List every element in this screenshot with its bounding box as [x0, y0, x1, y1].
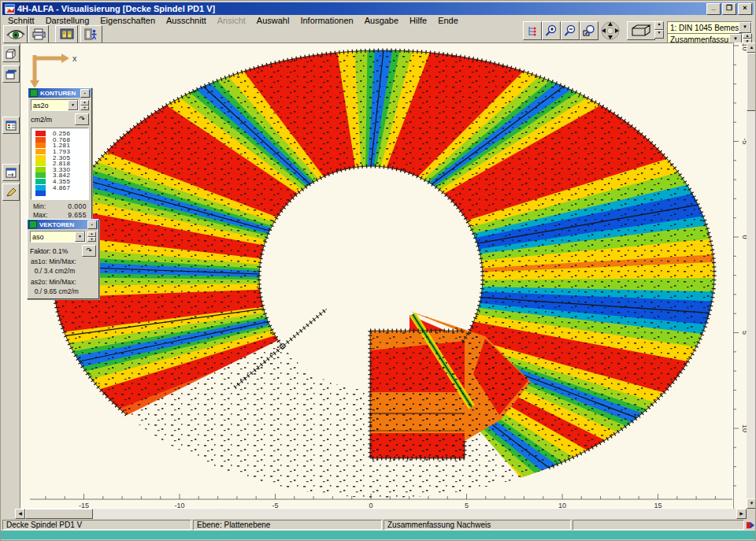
konturen-panel-button[interactable]: [2, 117, 20, 134]
y-ruler: -10-50510: [733, 43, 747, 509]
zoom-window-button[interactable]: [580, 21, 598, 40]
as1o-label: as1o: Min/Max:: [28, 257, 98, 266]
window-panel-button[interactable]: [2, 65, 20, 83]
x-ruler-label: -10: [174, 502, 184, 508]
draw-tool-button[interactable]: [2, 183, 20, 201]
view-3d-button[interactable]: [627, 21, 655, 40]
contour-plot[interactable]: xy-15-10-5051015: [20, 43, 732, 508]
legend-swatch: [35, 131, 46, 136]
zoom-out-button[interactable]: [561, 21, 580, 40]
chevron-down-icon[interactable]: ▼: [739, 22, 751, 33]
scroll-down-icon[interactable]: ▼: [747, 498, 756, 509]
menu-item-eigenschaften[interactable]: Eigenschaften: [94, 16, 161, 25]
application-window: 4H-ALFA - Visualisierung [Decke Spindel …: [0, 0, 756, 541]
cube-icon: [6, 49, 17, 59]
konturen-spinner[interactable]: ▲▼: [80, 100, 89, 110]
x-ruler-label: 15: [654, 502, 662, 508]
help-book-button[interactable]: [55, 25, 78, 43]
vektoren-spinner[interactable]: ▲▼: [87, 232, 96, 242]
printer-icon: [32, 28, 46, 40]
restore-button[interactable]: ❐: [722, 3, 736, 15]
vektoren-panel-button[interactable]: [2, 164, 20, 181]
menu-item-ansicht: Ansicht: [212, 16, 251, 25]
menu-item-darstellung[interactable]: Darstellung: [40, 16, 95, 25]
konturen-panel[interactable]: KONTUREN ▪ as2o ▼ ▲▼ cm2/m ↷ 0.2560.7681…: [28, 87, 92, 222]
apply-arrow-icon[interactable]: ↷: [82, 245, 96, 257]
menu-item-auswahl[interactable]: Auswahl: [251, 16, 295, 25]
vertical-scroll-thumb[interactable]: [747, 53, 756, 111]
x-ruler-label: 10: [558, 502, 566, 508]
menu-item-informationen[interactable]: Informationen: [295, 16, 358, 25]
konturen-title-bar[interactable]: KONTUREN ▪: [28, 88, 91, 98]
panel-menu-icon[interactable]: ▪: [87, 220, 97, 229]
teal-band: [1, 531, 756, 539]
toolbar: ▲▼: [2, 25, 754, 43]
scroll-left-icon[interactable]: ◀: [15, 509, 25, 519]
horizontal-scroll-thumb[interactable]: [25, 509, 93, 519]
vektoren-title-bar[interactable]: VEKTOREN ▪: [28, 220, 98, 229]
zoom-rect-icon: [583, 24, 595, 37]
print-button[interactable]: [28, 25, 49, 43]
eye-icon: [6, 28, 25, 40]
menu-item-ausgabe[interactable]: Ausgabe: [359, 16, 404, 25]
perspective-window-button[interactable]: [2, 45, 20, 62]
status-nachweis: Zusammenfassung Nachweis: [384, 520, 571, 530]
chevron-down-icon[interactable]: ▼: [75, 232, 85, 242]
window-title: 4H-ALFA - Visualisierung [Decke Spindel …: [17, 4, 215, 13]
vertical-scrollbar[interactable]: ▲ ▼: [747, 43, 756, 509]
vektoren-value: aso: [31, 233, 75, 241]
y-ruler-label: 5: [741, 331, 747, 335]
konturen-unit: cm2/m: [31, 116, 52, 124]
y-ruler-label: -10: [741, 43, 747, 51]
chevron-down-icon[interactable]: ▼: [68, 100, 78, 110]
max-value: 9.655: [68, 211, 87, 219]
x-axis-label: x: [72, 54, 77, 63]
min-label: Min:: [33, 202, 46, 210]
title-bar[interactable]: 4H-ALFA - Visualisierung [Decke Spindel …: [2, 2, 754, 15]
contour-panel-icon: [6, 120, 17, 131]
app-icon: [5, 4, 15, 14]
scroll-up-icon[interactable]: ▲: [747, 43, 756, 53]
legend-swatch: [35, 161, 46, 166]
panel-menu-icon[interactable]: ▪: [80, 89, 90, 98]
pan-navigator[interactable]: [598, 20, 622, 41]
apply-arrow-icon[interactable]: ↷: [75, 113, 89, 125]
vektoren-panel[interactable]: VEKTOREN ▪ aso ▼ ▲▼ Faktor: 0.1% ↷ as1o:…: [27, 219, 99, 299]
vektoren-title: VEKTOREN: [39, 221, 74, 228]
design-code-combo[interactable]: 1: DIN 1045 Bemessung ▼: [667, 21, 752, 34]
legend-swatch: [35, 172, 46, 178]
konturen-value-combo[interactable]: as2o ▼: [31, 99, 79, 111]
y-ruler-label: -5: [741, 138, 747, 144]
zoom-in-icon: [545, 24, 558, 37]
x-ruler-label: -5: [272, 502, 278, 508]
minimize-button[interactable]: _: [706, 3, 721, 15]
legend-swatch: [35, 155, 46, 161]
status-ebene: Ebene: Plattenebene: [193, 520, 382, 530]
zoom-in-button[interactable]: [542, 21, 561, 40]
scroll-right-icon[interactable]: ▶: [736, 509, 747, 519]
tree-view-button[interactable]: [523, 21, 542, 40]
max-label: Max:: [33, 211, 47, 219]
status-mini-icon[interactable]: [746, 521, 755, 530]
vektoren-faktor: Faktor: 0.1%: [30, 247, 68, 255]
y-ruler-ticks: -10-50510: [733, 43, 747, 509]
menu-item-ende[interactable]: Ende: [432, 16, 464, 25]
view-eye-button[interactable]: [3, 25, 28, 43]
vektoren-value-combo[interactable]: aso ▼: [30, 231, 86, 243]
legend-swatch: [35, 143, 46, 148]
x-ruler-label: 0: [369, 502, 372, 508]
as2o-label: as2o: Min/Max:: [28, 276, 98, 287]
menu-item-hilfe[interactable]: Hilfe: [404, 16, 432, 25]
close-button[interactable]: ×: [738, 3, 752, 15]
panel-icon: [29, 220, 37, 228]
horizontal-scrollbar[interactable]: ◀ ▶: [15, 509, 747, 519]
view-spinner[interactable]: ▲▼: [654, 21, 664, 39]
konturen-title: KONTUREN: [40, 90, 76, 97]
as1o-value: 0./ 3.4 cm2/m: [28, 266, 98, 276]
scroll-corner: [1, 509, 15, 519]
menu-item-schnitt[interactable]: Schnitt: [2, 16, 40, 25]
plot-canvas[interactable]: xy-15-10-5051015: [20, 43, 733, 509]
menu-item-ausschnitt[interactable]: Ausschnitt: [161, 16, 212, 25]
exit-button[interactable]: [80, 25, 102, 43]
window-icon: [6, 69, 17, 80]
